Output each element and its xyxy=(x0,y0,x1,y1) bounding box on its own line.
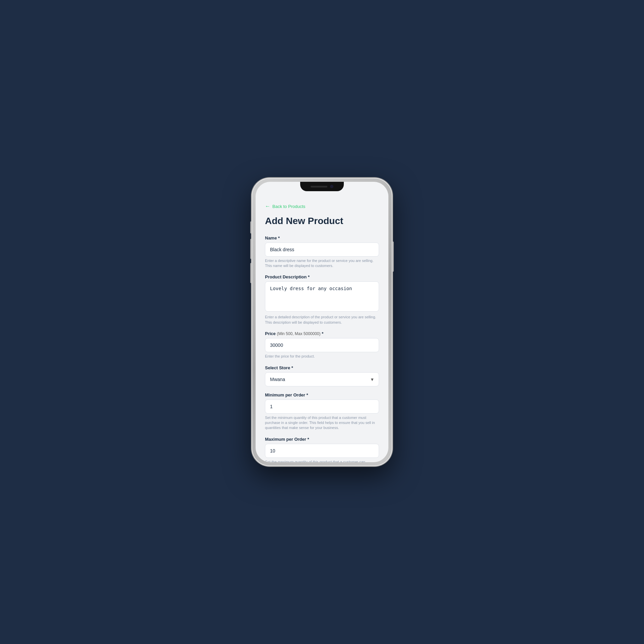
name-label: Name * xyxy=(265,235,379,240)
back-link-label: Back to Products xyxy=(272,204,305,209)
min-order-input[interactable] xyxy=(265,399,379,414)
store-label: Select Store * xyxy=(265,365,379,370)
price-input[interactable] xyxy=(265,338,379,352)
min-order-label: Minimum per Order * xyxy=(265,392,379,397)
store-select-wrapper: Mwana Store 2 Store 3 ▼ xyxy=(265,372,379,386)
back-arrow-icon: ← xyxy=(265,203,270,209)
name-field-group: Name * Enter a descriptive name for the … xyxy=(265,235,379,269)
max-order-input[interactable] xyxy=(265,444,379,458)
price-label: Price (Min 500, Max 5000000) * xyxy=(265,331,379,336)
price-hint: Enter the price for the product. xyxy=(265,354,379,359)
name-hint: Enter a descriptive name for the product… xyxy=(265,258,379,269)
min-order-hint: Set the minimum quantity of this product… xyxy=(265,415,379,431)
min-order-field-group: Minimum per Order * Set the minimum quan… xyxy=(265,392,379,431)
notch xyxy=(300,182,344,191)
phone-screen: ← Back to Products Add New Product Name … xyxy=(256,182,388,462)
name-input[interactable] xyxy=(265,243,379,257)
description-hint: Enter a detailed description of the prod… xyxy=(265,315,379,325)
power-button xyxy=(392,241,394,272)
max-order-hint: Set the maximum quantity of this product… xyxy=(265,460,379,462)
max-order-label: Maximum per Order * xyxy=(265,437,379,442)
volume-up-button xyxy=(250,239,252,259)
store-field-group: Select Store * Mwana Store 2 Store 3 ▼ xyxy=(265,365,379,386)
store-select[interactable]: Mwana Store 2 Store 3 xyxy=(265,372,379,386)
phone-device: ← Back to Products Add New Product Name … xyxy=(252,178,392,466)
page-title: Add New Product xyxy=(265,215,379,227)
back-link[interactable]: ← Back to Products xyxy=(265,203,379,209)
description-field-group: Product Description * Enter a detailed d… xyxy=(265,274,379,325)
speaker xyxy=(311,186,327,187)
max-order-field-group: Maximum per Order * Set the maximum quan… xyxy=(265,437,379,462)
description-textarea[interactable] xyxy=(265,281,379,312)
volume-down-button xyxy=(250,263,252,283)
description-label: Product Description * xyxy=(265,274,379,279)
front-camera xyxy=(330,185,333,188)
screen-scroll-area[interactable]: ← Back to Products Add New Product Name … xyxy=(256,182,388,462)
mute-button xyxy=(250,221,252,233)
price-field-group: Price (Min 500, Max 5000000) * Enter the… xyxy=(265,331,379,359)
